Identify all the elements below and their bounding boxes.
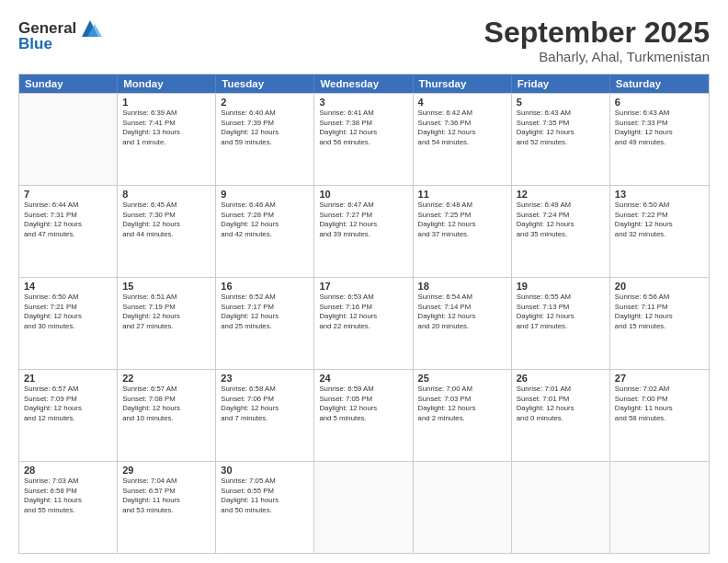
cell-day-number: 27	[615, 373, 704, 384]
cell-info: Sunrise: 6:49 AMSunset: 7:24 PMDaylight:…	[517, 201, 605, 239]
table-row: 21Sunrise: 6:57 AMSunset: 7:09 PMDayligh…	[19, 370, 118, 461]
table-row: 6Sunrise: 6:43 AMSunset: 7:33 PMDaylight…	[610, 94, 709, 185]
cell-day-number: 6	[615, 97, 704, 108]
table-row	[610, 462, 709, 553]
calendar-week-5: 28Sunrise: 7:03 AMSunset: 6:58 PMDayligh…	[19, 461, 709, 553]
cell-info: Sunrise: 6:50 AMSunset: 7:22 PMDaylight:…	[615, 201, 704, 239]
cell-day-number: 17	[319, 281, 407, 292]
cell-info: Sunrise: 6:57 AMSunset: 7:09 PMDaylight:…	[24, 385, 112, 423]
cell-day-number: 13	[615, 189, 704, 200]
calendar-week-3: 14Sunrise: 6:50 AMSunset: 7:21 PMDayligh…	[19, 277, 709, 369]
cell-info: Sunrise: 6:40 AMSunset: 7:39 PMDaylight:…	[221, 109, 309, 147]
cell-info: Sunrise: 6:46 AMSunset: 7:28 PMDaylight:…	[221, 201, 309, 239]
table-row: 17Sunrise: 6:53 AMSunset: 7:16 PMDayligh…	[314, 278, 413, 369]
cell-day-number: 20	[615, 281, 704, 292]
cell-info: Sunrise: 7:03 AMSunset: 6:58 PMDaylight:…	[24, 477, 112, 515]
cell-day-number: 10	[319, 189, 407, 200]
cell-info: Sunrise: 6:44 AMSunset: 7:31 PMDaylight:…	[24, 201, 112, 239]
table-row: 9Sunrise: 6:46 AMSunset: 7:28 PMDaylight…	[216, 186, 314, 277]
table-row	[19, 94, 118, 185]
calendar-week-4: 21Sunrise: 6:57 AMSunset: 7:09 PMDayligh…	[19, 369, 709, 461]
top-section: General Blue September 2025 Baharly, Aha…	[18, 17, 710, 64]
table-row: 29Sunrise: 7:04 AMSunset: 6:57 PMDayligh…	[118, 462, 216, 553]
cell-info: Sunrise: 6:56 AMSunset: 7:11 PMDaylight:…	[615, 293, 704, 331]
cell-day-number: 16	[221, 281, 309, 292]
cell-day-number: 18	[418, 281, 506, 292]
cell-day-number: 23	[221, 373, 309, 384]
table-row: 18Sunrise: 6:54 AMSunset: 7:14 PMDayligh…	[414, 278, 512, 369]
table-row: 1Sunrise: 6:39 AMSunset: 7:41 PMDaylight…	[118, 94, 216, 185]
cell-day-number: 21	[24, 373, 112, 384]
cell-day-number: 12	[517, 189, 605, 200]
cell-day-number: 5	[517, 97, 605, 108]
table-row: 28Sunrise: 7:03 AMSunset: 6:58 PMDayligh…	[19, 462, 118, 553]
cell-info: Sunrise: 6:55 AMSunset: 7:13 PMDaylight:…	[517, 293, 605, 331]
cell-day-number: 28	[24, 465, 112, 476]
cell-info: Sunrise: 6:50 AMSunset: 7:21 PMDaylight:…	[24, 293, 112, 331]
table-row: 4Sunrise: 6:42 AMSunset: 7:36 PMDaylight…	[414, 94, 512, 185]
cell-day-number: 25	[418, 373, 506, 384]
cell-info: Sunrise: 7:02 AMSunset: 7:00 PMDaylight:…	[615, 385, 704, 423]
cell-info: Sunrise: 6:45 AMSunset: 7:30 PMDaylight:…	[122, 201, 210, 239]
cell-info: Sunrise: 6:53 AMSunset: 7:16 PMDaylight:…	[319, 293, 407, 331]
table-row: 27Sunrise: 7:02 AMSunset: 7:00 PMDayligh…	[610, 370, 709, 461]
logo-text: General Blue	[18, 20, 76, 52]
table-row: 11Sunrise: 6:48 AMSunset: 7:25 PMDayligh…	[414, 186, 512, 277]
header-day-tuesday: Tuesday	[216, 75, 314, 93]
location: Baharly, Ahal, Turkmenistan	[484, 49, 710, 64]
table-row: 16Sunrise: 6:52 AMSunset: 7:17 PMDayligh…	[216, 278, 314, 369]
table-row	[414, 462, 512, 553]
cell-day-number: 8	[122, 189, 210, 200]
cell-day-number: 7	[24, 189, 112, 200]
cell-day-number: 11	[418, 189, 506, 200]
header-right: September 2025 Baharly, Ahal, Turkmenist…	[484, 17, 710, 64]
table-row	[512, 462, 610, 553]
cell-info: Sunrise: 6:52 AMSunset: 7:17 PMDaylight:…	[221, 293, 309, 331]
logo-icon	[78, 17, 102, 40]
table-row: 7Sunrise: 6:44 AMSunset: 7:31 PMDaylight…	[19, 186, 118, 277]
page: General Blue September 2025 Baharly, Aha…	[0, 0, 728, 563]
calendar-week-1: 1Sunrise: 6:39 AMSunset: 7:41 PMDaylight…	[19, 93, 709, 185]
table-row: 12Sunrise: 6:49 AMSunset: 7:24 PMDayligh…	[512, 186, 610, 277]
cell-info: Sunrise: 6:43 AMSunset: 7:33 PMDaylight:…	[615, 109, 704, 147]
table-row: 30Sunrise: 7:05 AMSunset: 6:55 PMDayligh…	[216, 462, 314, 553]
cell-info: Sunrise: 6:57 AMSunset: 7:08 PMDaylight:…	[122, 385, 210, 423]
cell-day-number: 26	[517, 373, 605, 384]
header-day-friday: Friday	[512, 75, 610, 93]
cell-day-number: 9	[221, 189, 309, 200]
cell-day-number: 29	[122, 465, 210, 476]
cell-info: Sunrise: 7:05 AMSunset: 6:55 PMDaylight:…	[221, 477, 309, 515]
cell-day-number: 22	[122, 373, 210, 384]
table-row: 3Sunrise: 6:41 AMSunset: 7:38 PMDaylight…	[314, 94, 413, 185]
cell-info: Sunrise: 6:48 AMSunset: 7:25 PMDaylight:…	[418, 201, 506, 239]
table-row: 25Sunrise: 7:00 AMSunset: 7:03 PMDayligh…	[414, 370, 512, 461]
header-day-thursday: Thursday	[414, 75, 512, 93]
table-row: 2Sunrise: 6:40 AMSunset: 7:39 PMDaylight…	[216, 94, 314, 185]
logo-blue: Blue	[18, 36, 76, 53]
table-row: 14Sunrise: 6:50 AMSunset: 7:21 PMDayligh…	[19, 278, 118, 369]
table-row: 20Sunrise: 6:56 AMSunset: 7:11 PMDayligh…	[610, 278, 709, 369]
table-row: 26Sunrise: 7:01 AMSunset: 7:01 PMDayligh…	[512, 370, 610, 461]
table-row: 5Sunrise: 6:43 AMSunset: 7:35 PMDaylight…	[512, 94, 610, 185]
cell-info: Sunrise: 6:43 AMSunset: 7:35 PMDaylight:…	[517, 109, 605, 147]
header-day-monday: Monday	[118, 75, 216, 93]
calendar-body: 1Sunrise: 6:39 AMSunset: 7:41 PMDaylight…	[19, 93, 709, 553]
table-row: 13Sunrise: 6:50 AMSunset: 7:22 PMDayligh…	[610, 186, 709, 277]
cell-info: Sunrise: 6:39 AMSunset: 7:41 PMDaylight:…	[122, 109, 210, 147]
cell-day-number: 30	[221, 465, 309, 476]
cell-info: Sunrise: 7:01 AMSunset: 7:01 PMDaylight:…	[517, 385, 605, 423]
table-row: 23Sunrise: 6:58 AMSunset: 7:06 PMDayligh…	[216, 370, 314, 461]
cell-info: Sunrise: 6:58 AMSunset: 7:06 PMDaylight:…	[221, 385, 309, 423]
month-title: September 2025	[484, 17, 710, 49]
cell-info: Sunrise: 6:51 AMSunset: 7:19 PMDaylight:…	[122, 293, 210, 331]
calendar-header: SundayMondayTuesdayWednesdayThursdayFrid…	[19, 75, 709, 93]
calendar: SundayMondayTuesdayWednesdayThursdayFrid…	[18, 74, 710, 554]
table-row: 10Sunrise: 6:47 AMSunset: 7:27 PMDayligh…	[314, 186, 413, 277]
cell-info: Sunrise: 7:00 AMSunset: 7:03 PMDaylight:…	[418, 385, 506, 423]
cell-day-number: 14	[24, 281, 112, 292]
header-day-saturday: Saturday	[610, 75, 709, 93]
cell-day-number: 1	[122, 97, 210, 108]
cell-info: Sunrise: 6:47 AMSunset: 7:27 PMDaylight:…	[319, 201, 407, 239]
table-row: 22Sunrise: 6:57 AMSunset: 7:08 PMDayligh…	[118, 370, 216, 461]
cell-info: Sunrise: 6:59 AMSunset: 7:05 PMDaylight:…	[319, 385, 407, 423]
